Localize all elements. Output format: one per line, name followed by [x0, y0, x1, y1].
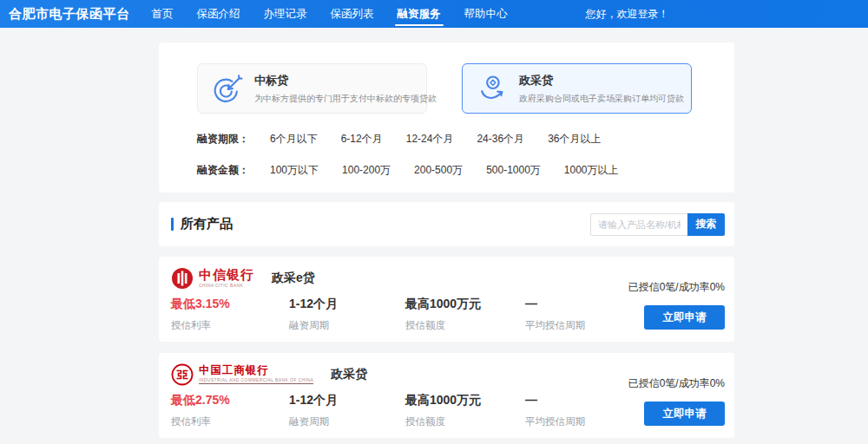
product-card-icbc: 中国工商银行 INDUSTRIAL AND COMMERCIAL BANK OF… — [159, 353, 734, 438]
bank-name: 中信银行 — [199, 269, 254, 282]
product-card-citic: 中信银行 CHINA CITIC BANK 政采e贷 最低3.15% 授信利率 … — [159, 257, 734, 342]
stat-label: 平均授信周期 — [525, 319, 585, 332]
target-arrow-icon — [212, 73, 243, 104]
filter-row-term: 融资期限： 6个月以下 6-12个月 12-24个月 24-36个月 36个月以… — [197, 132, 734, 147]
stat-financing-period: 1-12个月 融资周期 — [289, 297, 338, 332]
section-title-bar — [171, 218, 174, 231]
stat-value: — — [525, 393, 585, 408]
icbc-bank-logo-icon — [171, 363, 194, 386]
filter-label-term: 融资期限： — [197, 132, 249, 147]
section-title-wrap: 所有产品 — [171, 216, 233, 232]
product-search: 搜索 — [590, 213, 725, 236]
nav-item-guarantee-intro[interactable]: 保函介绍 — [189, 0, 248, 28]
search-input[interactable] — [590, 213, 687, 236]
filter-option[interactable]: 100-200万 — [342, 163, 391, 178]
bank-text: 中国工商银行 INDUSTRIAL AND COMMERCIAL BANK OF… — [199, 365, 313, 384]
loan-type-title: 政采贷 — [519, 73, 684, 88]
stat-value: 1-12个月 — [289, 393, 338, 408]
page-content: 中标贷 为中标方提供的专门用于支付中标款的专项贷款 政采贷 政府采购合同或电子卖… — [159, 28, 734, 444]
stat-credit-limit: 最高1000万元 授信额度 — [405, 297, 481, 332]
stat-label: 平均授信周期 — [525, 415, 585, 428]
nav-item-home[interactable]: 首页 — [144, 0, 181, 28]
loan-type-texts: 政采贷 政府采购合同或电子卖场采购订单均可贷款 — [519, 73, 684, 105]
filter-option[interactable]: 12-24个月 — [406, 132, 454, 147]
section-title: 所有产品 — [181, 216, 233, 232]
citic-bank-logo-icon — [171, 267, 194, 290]
bank-text: 中信银行 CHINA CITIC BANK — [199, 269, 254, 288]
loan-filter-panel: 中标贷 为中标方提供的专门用于支付中标款的专项贷款 政采贷 政府采购合同或电子卖… — [159, 42, 734, 193]
filter-option[interactable]: 24-36个月 — [477, 132, 524, 147]
filter-option[interactable]: 1000万以上 — [564, 163, 619, 178]
stat-label: 授信利率 — [171, 319, 230, 332]
filter-option[interactable]: 200-500万 — [414, 163, 463, 178]
bank-name: 中国工商银行 — [199, 365, 313, 376]
bank-row: 中国工商银行 INDUSTRIAL AND COMMERCIAL BANK OF… — [171, 363, 367, 386]
credit-summary: 已授信0笔/成功率0% — [628, 280, 725, 295]
stat-value: 最低2.75% — [171, 393, 230, 408]
loan-type-row: 中标贷 为中标方提供的专门用于支付中标款的专项贷款 政采贷 政府采购合同或电子卖… — [197, 63, 734, 114]
apply-now-button[interactable]: 立即申请 — [644, 305, 725, 330]
stat-credit-rate: 最低2.75% 授信利率 — [171, 393, 230, 428]
nav-item-guarantee-list[interactable]: 保函列表 — [323, 0, 382, 28]
nav-item-records[interactable]: 办理记录 — [256, 0, 315, 28]
stat-avg-credit-cycle: — 平均授信周期 — [525, 393, 585, 428]
nav-item-help[interactable]: 帮助中心 — [457, 0, 516, 28]
stat-label: 授信利率 — [171, 415, 230, 428]
stat-value: 1-12个月 — [289, 297, 338, 311]
stat-label: 授信额度 — [405, 319, 481, 332]
login-greeting-link[interactable]: 您好，欢迎登录！ — [586, 7, 669, 22]
stat-value: — — [525, 297, 585, 311]
top-navbar: 合肥市电子保函平台 首页 保函介绍 办理记录 保函列表 融资服务 帮助中心 您好… — [0, 0, 868, 28]
stat-value: 最高1000万元 — [405, 393, 481, 408]
filter-options-amount: 100万以下 100-200万 200-500万 500-1000万 1000万… — [270, 163, 619, 178]
nav-item-financing-active[interactable]: 融资服务 — [390, 0, 449, 28]
credit-summary: 已授信0笔/成功率0% — [628, 376, 725, 391]
brand-title: 合肥市电子保函平台 — [9, 6, 130, 23]
loan-type-card-zhengcaidai-selected[interactable]: 政采贷 政府采购合同或电子卖场采购订单均可贷款 — [462, 63, 692, 114]
bank-row: 中信银行 CHINA CITIC BANK 政采e贷 — [171, 267, 315, 290]
stat-value: 最低3.15% — [171, 297, 230, 311]
stat-label: 融资周期 — [289, 415, 338, 428]
products-header-panel: 所有产品 搜索 — [159, 202, 734, 246]
product-name: 政采e贷 — [272, 271, 315, 286]
bank-name-en: CHINA CITIC BANK — [199, 284, 254, 288]
filter-option[interactable]: 100万以下 — [270, 163, 319, 178]
filter-options-term: 6个月以下 6-12个月 12-24个月 24-36个月 36个月以上 — [270, 132, 601, 147]
filter-option[interactable]: 6-12个月 — [341, 132, 383, 147]
filter-option[interactable]: 36个月以上 — [548, 132, 601, 147]
product-name: 政采贷 — [331, 367, 367, 382]
stat-avg-credit-cycle: — 平均授信周期 — [525, 297, 585, 332]
filter-option[interactable]: 6个月以下 — [270, 132, 318, 147]
loan-type-desc: 政府采购合同或电子卖场采购订单均可贷款 — [519, 93, 684, 105]
stat-credit-limit: 最高1000万元 授信额度 — [405, 393, 481, 428]
stat-label: 授信额度 — [405, 415, 481, 428]
loan-type-desc: 为中标方提供的专门用于支付中标款的专项贷款 — [254, 93, 437, 105]
nav-menu: 首页 保函介绍 办理记录 保函列表 融资服务 帮助中心 — [144, 0, 523, 28]
search-button[interactable]: 搜索 — [687, 213, 725, 236]
apply-now-button[interactable]: 立即申请 — [644, 402, 725, 426]
loan-type-card-zhongbiaodai[interactable]: 中标贷 为中标方提供的专门用于支付中标款的专项贷款 — [197, 63, 427, 114]
bank-name-en: INDUSTRIAL AND COMMERCIAL BANK OF CHINA — [199, 378, 313, 384]
filter-row-amount: 融资金额： 100万以下 100-200万 200-500万 500-1000万… — [197, 163, 734, 178]
stat-credit-rate: 最低3.15% 授信利率 — [171, 297, 230, 332]
stat-label: 融资周期 — [289, 319, 338, 332]
loan-type-title: 中标贷 — [254, 73, 437, 88]
hand-coin-icon — [477, 73, 508, 104]
stat-value: 最高1000万元 — [405, 297, 481, 311]
stat-financing-period: 1-12个月 融资周期 — [289, 393, 338, 428]
filter-label-amount: 融资金额： — [197, 163, 249, 178]
loan-type-texts: 中标贷 为中标方提供的专门用于支付中标款的专项贷款 — [254, 73, 437, 105]
filter-option[interactable]: 500-1000万 — [486, 163, 541, 178]
